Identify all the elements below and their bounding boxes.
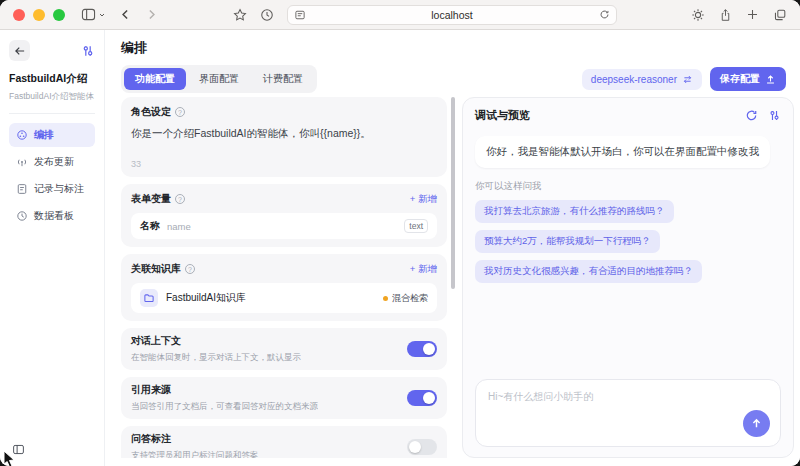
model-name: deepseek-reasoner xyxy=(591,74,677,85)
sidebar-item-dashboard[interactable]: 数据看板 xyxy=(9,204,95,228)
sidebar-item-orchestrate[interactable]: 编排 xyxy=(9,123,95,147)
role-prompt-textarea[interactable]: 你是一个介绍FastbuildAI的智能体，你叫{{name}}。 xyxy=(131,126,437,141)
add-knowledge-button[interactable]: + 新增 xyxy=(410,263,437,276)
variable-row[interactable]: 名称 name text xyxy=(131,213,437,239)
chat-area: 你好，我是智能体默认开场白，你可以在界面配置中修改我 你可以这样问我 我打算去北… xyxy=(475,136,781,379)
citation-desc: 当回答引用了文档后，可查看回答对应的文档来源 xyxy=(131,401,318,413)
sidebar-item-label: 发布更新 xyxy=(34,155,74,169)
history-clock-icon[interactable] xyxy=(260,8,274,22)
chat-input-placeholder: Hi~有什么想问小助手的 xyxy=(488,390,768,404)
model-selector[interactable]: deepseek-reasoner xyxy=(582,69,702,90)
reader-mode-icon[interactable] xyxy=(294,9,306,21)
knowledge-base-title: 关联知识库 xyxy=(131,262,181,276)
refresh-chat-icon[interactable] xyxy=(745,109,758,122)
folder-icon xyxy=(140,289,158,307)
suggested-question[interactable]: 我打算去北京旅游，有什么推荐的路线吗？ xyxy=(475,200,674,223)
browser-window: localhost xyxy=(0,0,800,466)
sidebar-item-records[interactable]: 记录与标注 xyxy=(9,177,95,201)
address-bar[interactable]: localhost xyxy=(287,5,617,25)
save-config-button[interactable]: 保存配置 xyxy=(710,67,786,91)
sidebar-toggle-icon[interactable] xyxy=(81,8,106,21)
suggested-question[interactable]: 预算大约2万，能帮我规划一下行程吗？ xyxy=(475,230,660,253)
add-variable-button[interactable]: + 新增 xyxy=(410,193,437,206)
url-text[interactable]: localhost xyxy=(306,9,599,21)
debug-preview-panel: 调试与预览 你好，我是智能体默认开场白，你可以在界面配置中修改我 xyxy=(462,97,794,458)
tab-function-config[interactable]: 功能配置 xyxy=(124,68,186,90)
back-button[interactable] xyxy=(9,40,30,61)
browser-toolbar: localhost xyxy=(0,0,800,30)
preview-title: 调试与预览 xyxy=(475,108,530,123)
agent-subtitle: FastbuildAI介绍智能体 xyxy=(9,91,95,103)
page-title: 编排 xyxy=(121,39,786,57)
reload-icon[interactable] xyxy=(599,9,610,20)
annotation-switch-card: 问答标注 支持管理员和用户标注问题和答案 xyxy=(121,426,447,458)
document-icon xyxy=(16,183,28,195)
agent-title: FastbuildAI介绍 xyxy=(9,72,95,86)
send-button[interactable] xyxy=(743,410,770,437)
retrieval-mode: 混合检索 xyxy=(383,292,428,305)
role-setting-title: 角色设定 xyxy=(131,105,171,119)
sidebar-item-publish[interactable]: 发布更新 xyxy=(9,150,95,174)
help-icon[interactable]: ? xyxy=(175,194,185,204)
divider xyxy=(9,113,95,114)
citation-switch-card: 引用来源 当回答引用了文档后，可查看回答对应的文档来源 xyxy=(121,377,447,419)
suggested-question[interactable]: 我对历史文化很感兴趣，有合适的目的地推荐吗？ xyxy=(475,260,702,283)
tab-billing-config[interactable]: 计费配置 xyxy=(252,68,314,90)
share-icon[interactable] xyxy=(719,8,732,22)
form-variables-title: 表单变量 xyxy=(131,192,171,206)
minimize-window-button[interactable] xyxy=(33,9,45,21)
collapse-sidebar-icon[interactable] xyxy=(9,441,95,458)
role-setting-card: 角色设定 ? 你是一个介绍FastbuildAI的智能体，你叫{{name}}。… xyxy=(121,97,447,177)
variable-key: name xyxy=(167,221,191,232)
status-dot xyxy=(383,296,388,301)
citation-toggle[interactable] xyxy=(407,390,437,406)
sidebar-item-label: 记录与标注 xyxy=(34,182,84,196)
bookmark-star-icon[interactable] xyxy=(233,8,247,22)
context-desc: 在智能体回复时，显示对话上下文，默认显示 xyxy=(131,352,301,364)
knowledge-base-name: FastbuildAI知识库 xyxy=(166,291,246,305)
annotation-desc: 支持管理员和用户标注问题和答案 xyxy=(131,450,259,458)
config-tabs: 功能配置 界面配置 计费配置 xyxy=(121,65,317,93)
sidebar-item-label: 编排 xyxy=(34,128,54,142)
variable-name: 名称 xyxy=(140,219,160,233)
variable-type-badge: text xyxy=(404,219,428,233)
retrieval-mode-label: 混合检索 xyxy=(392,292,428,305)
mouse-cursor xyxy=(2,450,18,466)
annotation-toggle[interactable] xyxy=(407,439,437,455)
chat-input[interactable]: Hi~有什么想问小助手的 xyxy=(475,379,781,447)
context-switch-card: 对话上下文 在智能体回复时，显示对话上下文，默认显示 xyxy=(121,328,447,370)
tab-interface-config[interactable]: 界面配置 xyxy=(188,68,250,90)
tab-overview-icon[interactable] xyxy=(773,8,787,22)
suggestions-label: 你可以这样问我 xyxy=(475,180,781,193)
char-count: 33 xyxy=(131,159,437,169)
form-variables-card: 表单变量 ? + 新增 名称 name text xyxy=(121,184,447,247)
orchestrate-icon xyxy=(16,129,28,141)
save-label: 保存配置 xyxy=(720,72,760,86)
context-title: 对话上下文 xyxy=(131,334,301,348)
browser-settings-icon[interactable] xyxy=(691,8,705,22)
clock-chart-icon xyxy=(16,210,28,222)
sidebar-item-label: 数据看板 xyxy=(34,209,74,223)
scrollbar-thumb[interactable] xyxy=(451,97,455,289)
help-icon[interactable]: ? xyxy=(175,107,185,117)
agent-settings-icon[interactable] xyxy=(81,44,95,58)
annotation-title: 问答标注 xyxy=(131,432,259,446)
context-toggle[interactable] xyxy=(407,341,437,357)
broadcast-icon xyxy=(16,156,28,168)
new-tab-icon[interactable] xyxy=(746,8,759,21)
swap-model-icon xyxy=(682,74,693,85)
close-window-button[interactable] xyxy=(13,9,25,21)
forward-icon[interactable] xyxy=(145,8,158,21)
knowledge-base-row[interactable]: FastbuildAI知识库 混合检索 xyxy=(131,283,437,313)
knowledge-base-card: 关联知识库 ? + 新增 FastbuildAI知识库 混合检索 xyxy=(121,254,447,321)
citation-title: 引用来源 xyxy=(131,383,318,397)
config-column: 角色设定 ? 你是一个介绍FastbuildAI的智能体，你叫{{name}}。… xyxy=(121,97,447,458)
upload-icon xyxy=(765,74,776,85)
traffic-lights[interactable] xyxy=(13,9,65,21)
preview-settings-icon[interactable] xyxy=(768,109,781,122)
app-sidebar: FastbuildAI介绍 FastbuildAI介绍智能体 编排 发布更新 记 xyxy=(0,30,105,466)
assistant-greeting-bubble: 你好，我是智能体默认开场白，你可以在界面配置中修改我 xyxy=(475,136,770,168)
zoom-window-button[interactable] xyxy=(53,9,65,21)
help-icon[interactable]: ? xyxy=(185,264,195,274)
back-icon[interactable] xyxy=(119,8,132,21)
